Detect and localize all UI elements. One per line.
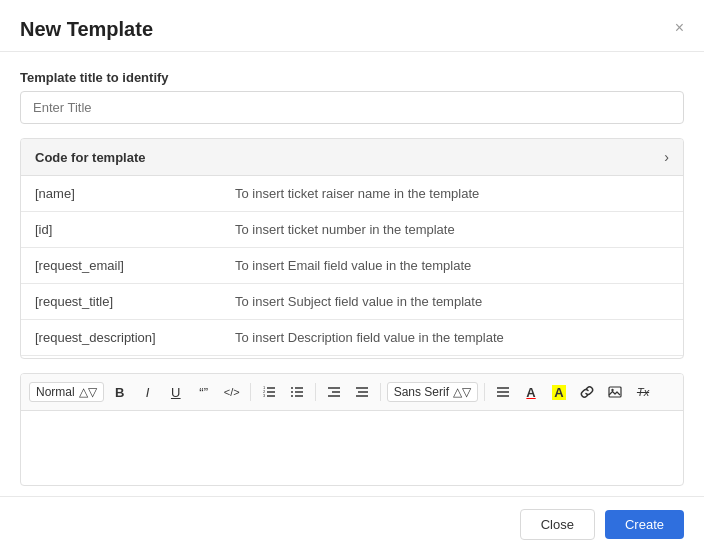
link-button[interactable] <box>575 380 599 404</box>
chevron-right-icon: › <box>664 149 669 165</box>
font-select-arrow-icon: △▽ <box>453 385 471 399</box>
editor-toolbar: Normal △▽ B I U “” </> 1 2 3 <box>21 374 683 411</box>
indent-right-button[interactable] <box>350 380 374 404</box>
code-table-row: [name]To insert ticket raiser name in th… <box>21 176 683 212</box>
format-select-arrow-icon: △▽ <box>79 385 97 399</box>
font-select[interactable]: Sans Serif △▽ <box>387 382 478 402</box>
font-color-button[interactable]: A <box>519 380 543 404</box>
code-cell: [field_OH86] <box>21 356 221 360</box>
description-cell: To insert Description field value in the… <box>221 320 683 356</box>
title-field-section: Template title to identify <box>20 70 684 124</box>
modal-title: New Template <box>20 18 153 41</box>
svg-point-7 <box>291 391 293 393</box>
align-button[interactable] <box>491 380 515 404</box>
new-template-modal: New Template × Template title to identif… <box>0 0 704 552</box>
editor-content[interactable] <box>21 411 683 486</box>
bg-color-button[interactable]: A <box>547 380 571 404</box>
quote-button[interactable]: “” <box>192 380 216 404</box>
toolbar-separator-3 <box>380 383 381 401</box>
code-section-title: Code for template <box>35 150 146 165</box>
code-table-row: [field_OH86]To insert Add an Attachment … <box>21 356 683 360</box>
description-cell: To insert Add an Attachment field value … <box>221 356 683 360</box>
title-input[interactable] <box>20 91 684 124</box>
code-cell: [name] <box>21 176 221 212</box>
format-select[interactable]: Normal △▽ <box>29 382 104 402</box>
code-button[interactable]: </> <box>220 380 244 404</box>
code-cell: [id] <box>21 212 221 248</box>
code-cell: [request_description] <box>21 320 221 356</box>
modal-body: Template title to identify Code for temp… <box>0 52 704 496</box>
italic-button[interactable]: I <box>136 380 160 404</box>
code-section: Code for template › [name]To insert tick… <box>20 138 684 359</box>
svg-text:3: 3 <box>263 393 266 398</box>
svg-point-6 <box>291 387 293 389</box>
code-table-row: [request_description]To insert Descripti… <box>21 320 683 356</box>
svg-rect-21 <box>609 387 621 397</box>
close-button[interactable]: Close <box>520 509 595 540</box>
clear-format-button[interactable]: Tx <box>631 380 655 404</box>
code-table-row: [request_title]To insert Subject field v… <box>21 284 683 320</box>
bold-button[interactable]: B <box>108 380 132 404</box>
code-cell: [request_email] <box>21 248 221 284</box>
modal-footer: Close Create <box>0 496 704 552</box>
code-section-header: Code for template › <box>21 139 683 176</box>
toolbar-separator-2 <box>315 383 316 401</box>
image-button[interactable] <box>603 380 627 404</box>
underline-button[interactable]: U <box>164 380 188 404</box>
format-select-value: Normal <box>36 385 75 399</box>
description-cell: To insert ticket raiser name in the temp… <box>221 176 683 212</box>
editor-section: Normal △▽ B I U “” </> 1 2 3 <box>20 373 684 486</box>
indent-left-button[interactable] <box>322 380 346 404</box>
description-cell: To insert Subject field value in the tem… <box>221 284 683 320</box>
toolbar-separator-4 <box>484 383 485 401</box>
ordered-list-button[interactable]: 1 2 3 <box>257 380 281 404</box>
code-cell: [request_title] <box>21 284 221 320</box>
code-table: [name]To insert ticket raiser name in th… <box>21 176 683 359</box>
code-table-row: [id]To insert ticket number in the templ… <box>21 212 683 248</box>
unordered-list-button[interactable] <box>285 380 309 404</box>
code-table-row: [request_email]To insert Email field val… <box>21 248 683 284</box>
close-icon[interactable]: × <box>675 20 684 36</box>
create-button[interactable]: Create <box>605 510 684 539</box>
description-cell: To insert Email field value in the templ… <box>221 248 683 284</box>
svg-point-8 <box>291 395 293 397</box>
modal-header: New Template × <box>0 0 704 52</box>
svg-point-22 <box>611 389 613 391</box>
description-cell: To insert ticket number in the template <box>221 212 683 248</box>
font-select-value: Sans Serif <box>394 385 449 399</box>
toolbar-separator-1 <box>250 383 251 401</box>
title-field-label: Template title to identify <box>20 70 684 85</box>
